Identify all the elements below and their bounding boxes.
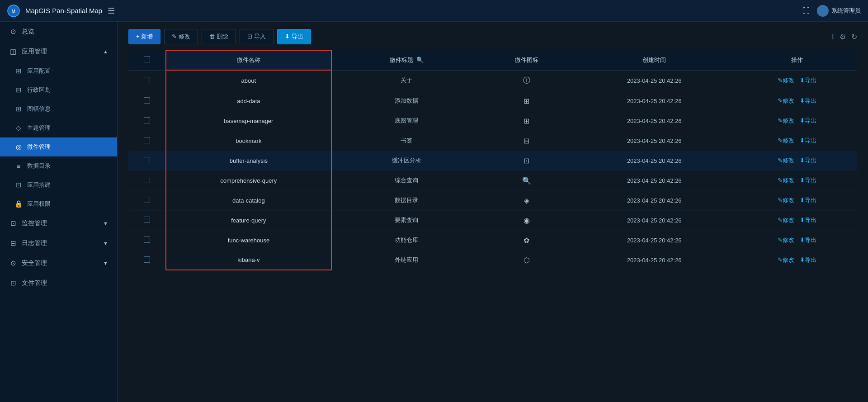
- row-icon: 🔍: [481, 170, 571, 190]
- export-button[interactable]: ⬇ 导出: [277, 29, 311, 44]
- row-icon: ⊞: [481, 111, 571, 131]
- file-mgmt-icon: ⊡: [9, 279, 17, 287]
- row-export-link[interactable]: ⬇导出: [800, 117, 816, 124]
- row-title: 外链应用: [331, 250, 481, 270]
- sidebar-item-map-info[interactable]: ⊞ 图幅信息: [0, 99, 117, 118]
- theme-mgmt-icon: ◇: [14, 124, 23, 132]
- table-row: data-catalog 数据目录 ◈ 2023-04-25 20:42:26 …: [128, 190, 857, 210]
- col-header-action: 操作: [737, 50, 857, 70]
- col-header-icon: 微件图标: [481, 50, 571, 70]
- row-time: 2023-04-25 20:42:26: [571, 210, 737, 230]
- row-time: 2023-04-25 20:42:26: [571, 70, 737, 91]
- row-export-link[interactable]: ⬇导出: [800, 256, 816, 263]
- row-export-link[interactable]: ⬇导出: [800, 157, 816, 164]
- sidebar-monitor-mgmt-header[interactable]: ⊡ 监控管理 ▼: [0, 213, 117, 233]
- row-export-link[interactable]: ⬇导出: [800, 177, 816, 184]
- row-title: 关于: [331, 70, 481, 91]
- row-edit-link[interactable]: ✎修改: [778, 97, 794, 104]
- row-title: 要素查询: [331, 210, 481, 230]
- row-icon: ⊞: [481, 91, 571, 111]
- row-title: 底图管理: [331, 111, 481, 131]
- toolbar-right-icons: Ⅰ ⚙ ↻: [832, 33, 857, 41]
- topbar-left: M MapGIS Pan-Spatial Map ☰: [7, 5, 115, 17]
- row-export-link[interactable]: ⬇导出: [800, 97, 816, 104]
- edit-button[interactable]: ✎ 修改: [164, 29, 198, 44]
- app-title: MapGIS Pan-Spatial Map: [25, 7, 102, 14]
- refresh-icon[interactable]: ↻: [851, 33, 857, 41]
- row-edit-link[interactable]: ✎修改: [778, 157, 794, 164]
- row-export-link[interactable]: ⬇导出: [800, 217, 816, 223]
- log-mgmt-label: 日志管理: [22, 239, 47, 247]
- app-config-label: 应用配置: [27, 67, 51, 75]
- user-area[interactable]: 👤 系统管理员: [817, 5, 861, 17]
- sidebar-item-app-build[interactable]: ⊡ 应用搭建: [0, 175, 117, 194]
- row-edit-link[interactable]: ✎修改: [778, 137, 794, 144]
- column-settings-icon[interactable]: Ⅰ: [832, 33, 834, 41]
- row-title: 功能仓库: [331, 230, 481, 250]
- admin-division-icon: ⊟: [14, 86, 23, 94]
- row-icon: ⊡: [481, 151, 571, 170]
- table-row: about 关于 ⓘ 2023-04-25 20:42:26 ✎修改 ⬇导出: [128, 70, 857, 91]
- sidebar-item-overview[interactable]: ⊙ 总览: [0, 22, 117, 42]
- row-actions: ✎修改 ⬇导出: [737, 250, 857, 270]
- row-export-link[interactable]: ⬇导出: [800, 137, 816, 144]
- row-name: feature-query: [166, 210, 331, 230]
- row-actions: ✎修改 ⬇导出: [737, 210, 857, 230]
- row-edit-link[interactable]: ✎修改: [778, 177, 794, 184]
- row-actions: ✎修改 ⬇导出: [737, 170, 857, 190]
- sidebar-item-data-catalog[interactable]: ≡ 数据目录: [0, 156, 117, 175]
- row-checkbox[interactable]: [144, 217, 150, 223]
- menu-toggle-icon[interactable]: ☰: [108, 6, 115, 16]
- row-time: 2023-04-25 20:42:26: [571, 250, 737, 270]
- row-checkbox[interactable]: [144, 137, 150, 143]
- row-name: func-warehouse: [166, 230, 331, 250]
- row-edit-link[interactable]: ✎修改: [778, 217, 794, 223]
- table-row: comprehensive-query 综合查询 🔍 2023-04-25 20…: [128, 170, 857, 190]
- row-checkbox[interactable]: [144, 177, 150, 183]
- row-edit-link[interactable]: ✎修改: [778, 117, 794, 124]
- sidebar-item-app-config[interactable]: ⊞ 应用配置: [0, 61, 117, 80]
- row-time: 2023-04-25 20:42:26: [571, 131, 737, 151]
- add-button[interactable]: + 新增: [128, 29, 160, 44]
- sidebar-item-app-perms[interactable]: 🔒 应用权限: [0, 194, 117, 213]
- import-button[interactable]: ⊡ 导入: [240, 29, 274, 44]
- row-checkbox[interactable]: [144, 157, 150, 163]
- delete-button[interactable]: 🗑 删除: [202, 29, 236, 44]
- row-actions: ✎修改 ⬇导出: [737, 230, 857, 250]
- row-export-link[interactable]: ⬇导出: [800, 197, 816, 203]
- security-chevron: ▼: [103, 260, 108, 266]
- row-checkbox[interactable]: [144, 256, 150, 263]
- user-name: 系统管理员: [831, 7, 861, 15]
- row-checkbox[interactable]: [144, 236, 150, 243]
- row-checkbox[interactable]: [144, 97, 150, 104]
- row-checkbox-cell: [128, 131, 166, 151]
- row-edit-link[interactable]: ✎修改: [778, 256, 794, 263]
- col-header-title: 微件标题 🔍: [331, 50, 481, 70]
- table-row: buffer-analysis 缓冲区分析 ⊡ 2023-04-25 20:42…: [128, 151, 857, 170]
- row-export-link[interactable]: ⬇导出: [800, 77, 816, 84]
- sidebar-security-mgmt-header[interactable]: ⊙ 安全管理 ▼: [0, 253, 117, 273]
- row-checkbox[interactable]: [144, 77, 150, 83]
- table-row: feature-query 要素查询 ◉ 2023-04-25 20:42:26…: [128, 210, 857, 230]
- sidebar: ⊙ 总览 ◫ 应用管理 ▲ ⊞ 应用配置 ⊟ 行政区划 ⊞ 图幅信息: [0, 22, 118, 402]
- row-edit-link[interactable]: ✎修改: [778, 77, 794, 84]
- sidebar-item-admin-division[interactable]: ⊟ 行政区划: [0, 80, 117, 99]
- fullscreen-icon[interactable]: ⛶: [802, 7, 810, 15]
- row-export-link[interactable]: ⬇导出: [800, 236, 816, 243]
- sidebar-app-management-header[interactable]: ◫ 应用管理 ▲: [0, 42, 117, 61]
- title-search-icon[interactable]: 🔍: [416, 57, 424, 63]
- row-edit-link[interactable]: ✎修改: [778, 236, 794, 243]
- row-actions: ✎修改 ⬇导出: [737, 91, 857, 111]
- sidebar-item-file-mgmt[interactable]: ⊡ 文件管理: [0, 273, 117, 293]
- sidebar-item-theme-mgmt[interactable]: ◇ 主题管理: [0, 118, 117, 137]
- select-all-checkbox[interactable]: [144, 56, 150, 62]
- row-checkbox[interactable]: [144, 197, 150, 203]
- row-edit-link[interactable]: ✎修改: [778, 197, 794, 203]
- settings-icon[interactable]: ⚙: [840, 33, 846, 41]
- row-checkbox[interactable]: [144, 117, 150, 123]
- row-name: buffer-analysis: [166, 151, 331, 170]
- sidebar-item-widget-mgmt[interactable]: ◎ 微件管理: [0, 137, 117, 156]
- sidebar-log-mgmt-header[interactable]: ⊟ 日志管理 ▼: [0, 233, 117, 253]
- file-mgmt-label: 文件管理: [22, 279, 47, 287]
- app-perms-icon: 🔒: [14, 200, 23, 208]
